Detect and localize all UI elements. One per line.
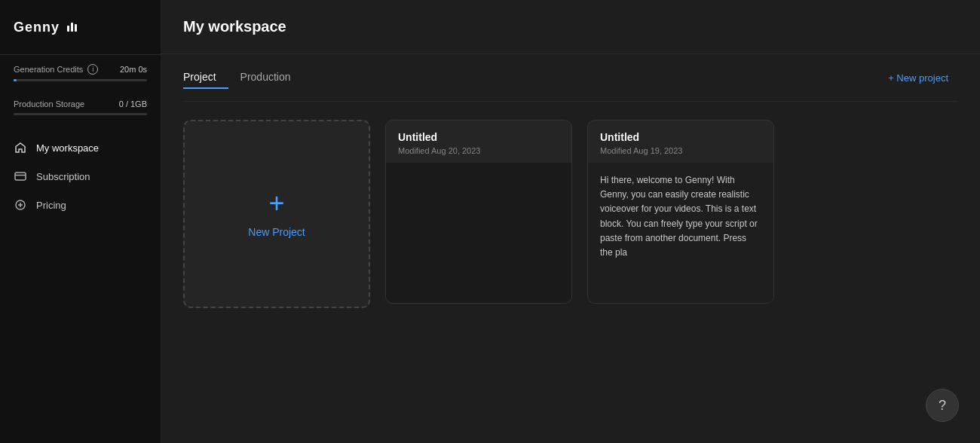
new-project-label: New Project: [248, 226, 305, 238]
credits-progress-fill: [14, 79, 17, 81]
page-title: My workspace: [183, 18, 286, 35]
project-card-1-title: Untitled: [398, 131, 559, 143]
project-card-2-header: Untitled Modified Aug 19, 2023: [588, 121, 773, 163]
tabs-row: Project Production + New project: [183, 54, 957, 102]
projects-grid: + New Project Untitled Modified Aug 20, …: [183, 120, 957, 308]
logo-bar-3: [75, 24, 77, 32]
logo-area: Genny: [0, 0, 161, 54]
storage-label-row: Production Storage 0 / 1GB: [14, 99, 147, 108]
sidebar-nav: My workspace Subscription Pricing: [0, 124, 161, 443]
sidebar-item-subscription-label: Subscription: [36, 171, 90, 182]
credits-progress-bar: [14, 79, 147, 81]
app-logo: Genny: [14, 20, 77, 35]
new-project-card[interactable]: + New Project: [183, 120, 370, 308]
credits-label-row: Generation Credits i 20m 0s: [14, 64, 147, 75]
sidebar: Genny Generation Credits i 20m 0s Produc…: [0, 0, 161, 443]
credits-value: 20m 0s: [120, 65, 147, 74]
help-button[interactable]: ?: [926, 389, 959, 422]
tab-production[interactable]: Production: [228, 66, 303, 89]
sidebar-item-workspace[interactable]: My workspace: [0, 133, 161, 162]
storage-value: 0 / 1GB: [119, 99, 147, 108]
sidebar-item-workspace-label: My workspace: [36, 142, 99, 154]
sidebar-item-pricing-label: Pricing: [36, 200, 66, 211]
svg-rect-0: [15, 173, 26, 180]
logo-bar-2: [71, 23, 73, 32]
project-card-1-header: Untitled Modified Aug 20, 2023: [386, 121, 571, 163]
tab-project[interactable]: Project: [183, 66, 228, 89]
new-project-header-button[interactable]: + New project: [879, 68, 957, 88]
sidebar-item-pricing[interactable]: Pricing: [0, 191, 161, 219]
tabs-container: Project Production: [183, 66, 303, 89]
credits-label-text: Generation Credits: [14, 65, 83, 74]
storage-section: Production Storage 0 / 1GB: [0, 90, 161, 124]
tag-icon: [14, 198, 27, 212]
project-card-2-date: Modified Aug 19, 2023: [600, 146, 761, 155]
storage-progress-bar: [14, 113, 147, 115]
project-card-1-preview: [386, 163, 571, 303]
logo-bar-1: [67, 26, 69, 32]
project-card-1-date: Modified Aug 20, 2023: [398, 146, 559, 155]
storage-label-text: Production Storage: [14, 99, 84, 108]
sidebar-item-subscription[interactable]: Subscription: [0, 162, 161, 191]
home-icon: [14, 141, 27, 154]
content-area: Project Production + New project + New P…: [161, 54, 980, 443]
project-card-untitled-2[interactable]: Untitled Modified Aug 19, 2023 Hi there,…: [587, 120, 774, 304]
credits-section: Generation Credits i 20m 0s: [0, 54, 161, 90]
plus-icon: +: [268, 190, 284, 217]
credits-info-icon[interactable]: i: [87, 64, 98, 75]
project-card-untitled-1[interactable]: Untitled Modified Aug 20, 2023: [385, 120, 572, 304]
main-content: My workspace Project Production + New pr…: [161, 0, 980, 443]
project-card-2-preview: Hi there, welcome to Genny! With Genny, …: [588, 163, 773, 303]
card-icon: [14, 170, 27, 183]
project-card-2-title: Untitled: [600, 131, 761, 143]
top-bar: My workspace: [161, 0, 980, 54]
logo-bars-icon: [67, 23, 77, 32]
